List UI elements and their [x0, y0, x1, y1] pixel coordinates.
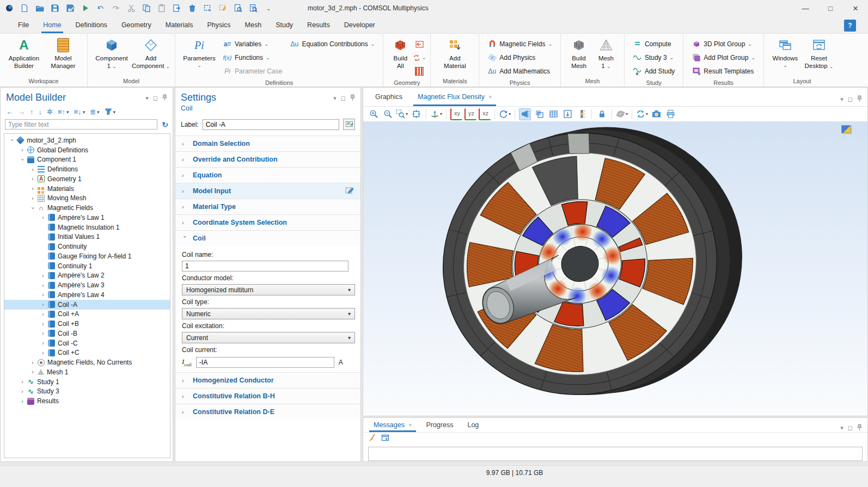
node-detail-icon[interactable]: ≣▾	[90, 108, 99, 116]
panel-menu-icon[interactable]: ▾	[145, 95, 149, 102]
clear-selection-icon[interactable]	[217, 2, 229, 14]
update-geometry-icon[interactable]: ⌄	[413, 51, 426, 64]
tree-item-study-3[interactable]: ›Study 3	[4, 387, 170, 397]
tree-item-geometry-1[interactable]: ›Geometry 1	[4, 174, 170, 184]
menu-mesh[interactable]: Mesh	[238, 16, 269, 33]
expander-icon[interactable]: ›	[40, 330, 46, 336]
tree-item-amperes-law-2[interactable]: ›Ampère's Law 2	[4, 271, 170, 281]
virtual-operations-icon[interactable]	[413, 65, 426, 78]
rename-button[interactable]	[343, 119, 355, 130]
expander-icon[interactable]: ›	[30, 205, 36, 211]
coil-current-input[interactable]	[196, 357, 334, 368]
functions-button[interactable]: Functions⌄	[219, 51, 274, 64]
tree-item-continuity[interactable]: Continuity	[4, 242, 170, 251]
filter-funnel-icon[interactable]: ▾	[105, 108, 116, 115]
reset-desktop-button[interactable]: ResetDesktop ⌄	[802, 36, 836, 70]
tree-item-magnetic-fields[interactable]: ›Magnetic Fields	[4, 203, 170, 213]
show-grid-icon[interactable]	[547, 108, 559, 120]
show-icon[interactable]: ✲	[47, 108, 53, 116]
tab-magnetic-flux-density[interactable]: Magnetic Flux Density×	[410, 88, 499, 106]
redo-icon[interactable]	[110, 2, 122, 14]
zoom-extents-icon[interactable]	[410, 108, 422, 120]
tree-filter-input[interactable]	[5, 119, 157, 130]
panel-menu-icon[interactable]: ▾	[840, 424, 843, 431]
expander-icon[interactable]: ›	[20, 156, 26, 163]
build-all-button[interactable]: BuildAll	[388, 36, 413, 70]
expander-icon[interactable]: ›	[29, 176, 36, 182]
expander-icon[interactable]: ›	[29, 186, 36, 192]
component-1-button[interactable]: Component1 ⌄	[92, 36, 131, 70]
expander-icon[interactable]: ›	[29, 195, 36, 201]
expander-icon[interactable]: ›	[40, 340, 46, 346]
close-tab-icon[interactable]: ×	[488, 94, 492, 100]
expander-icon[interactable]: ›	[40, 273, 46, 279]
section-model-input[interactable]: ›Model Input	[175, 183, 360, 199]
xy-view-icon[interactable]: xy	[450, 108, 462, 120]
float-panel-icon[interactable]: ◻	[341, 95, 346, 102]
expander-icon[interactable]: ›	[19, 389, 26, 394]
customize-toolbar-icon[interactable]: ⌄	[262, 2, 274, 14]
snapshot-icon[interactable]	[650, 108, 662, 120]
tree-item-coil-minus-b[interactable]: ›Coil -B	[4, 329, 170, 338]
back-icon[interactable]: ←	[6, 108, 13, 116]
float-panel-icon[interactable]: ◻	[848, 96, 853, 103]
tree-item-coil-plus-a[interactable]: ›Coil +A	[4, 310, 170, 319]
float-panel-icon[interactable]: ◻	[848, 424, 853, 431]
panel-menu-icon[interactable]: ▾	[840, 96, 843, 103]
equation-contributions-button[interactable]: Equation Contributions⌄	[286, 38, 378, 51]
transparency-icon[interactable]	[533, 108, 545, 120]
color-legend-icon[interactable]	[576, 108, 588, 120]
expand-all-icon[interactable]: ≡↑▾	[58, 108, 69, 116]
delete-icon[interactable]	[186, 2, 198, 14]
plot-thumbnail-icon[interactable]	[841, 125, 851, 133]
expander-icon[interactable]: ›	[40, 321, 46, 327]
tree-item-coil-minus-c[interactable]: ›Coil -C	[4, 338, 170, 348]
section-coil[interactable]: ›Coil	[175, 230, 360, 246]
tree-item-initial-values-1[interactable]: Initial Values 1	[4, 232, 170, 242]
move-up-icon[interactable]: ↑	[30, 108, 34, 116]
minimize-button[interactable]: —	[793, 0, 818, 16]
result-templates-button[interactable]: Result Templates	[688, 65, 757, 78]
magnetic-flux-density-3d-plot[interactable]	[363, 121, 867, 416]
tree-item-magnetic-fields-no-currents[interactable]: ›Magnetic Fields, No Currents	[4, 357, 170, 367]
variables-button[interactable]: Variables⌄	[219, 38, 272, 51]
zoom-in-icon[interactable]	[368, 108, 380, 120]
menu-physics[interactable]: Physics	[200, 16, 237, 33]
expander-icon[interactable]: ›	[19, 398, 26, 404]
tree-item-materials[interactable]: ›Materials	[4, 184, 170, 194]
tab-log[interactable]: Log	[460, 418, 486, 432]
refresh-icon[interactable]: ↻	[162, 120, 168, 129]
help-button[interactable]: ?	[844, 20, 856, 32]
parameters-button[interactable]: Parameters⌄	[180, 36, 219, 69]
menu-file[interactable]: File	[11, 16, 36, 33]
model-manager-button[interactable]: ModelManager	[44, 36, 83, 70]
find-replace-icon[interactable]	[247, 2, 259, 14]
section-coordinate-system[interactable]: ›Coordinate System Selection	[175, 214, 360, 230]
add-mathematics-button[interactable]: Add Mathematics	[484, 65, 554, 78]
edit-model-input-icon[interactable]	[345, 187, 354, 196]
environment-icon[interactable]: ▾	[616, 108, 628, 120]
run-icon[interactable]	[80, 2, 91, 14]
expander-icon[interactable]: ›	[19, 147, 26, 153]
menu-study[interactable]: Study	[268, 16, 300, 33]
expander-icon[interactable]: ›	[40, 292, 46, 298]
close-button[interactable]: ✕	[843, 0, 868, 16]
update-plot-icon[interactable]: ▾	[636, 108, 648, 120]
save-icon[interactable]	[49, 2, 61, 14]
tree-item-amperes-law-4[interactable]: ›Ampère's Law 4	[4, 290, 170, 300]
magnetic-fields-button[interactable]: Magnetic Fields⌄	[484, 38, 556, 51]
tree-item-root[interactable]: ›motor_3d_2.mph	[4, 135, 170, 145]
pin-panel-icon[interactable]	[857, 424, 862, 431]
duplicate-icon[interactable]	[171, 2, 183, 14]
zoom-box-icon[interactable]: ▾	[396, 108, 408, 120]
add-plot-group-button[interactable]: Add Plot Group⌄	[688, 51, 759, 64]
application-builder-button[interactable]: ApplicationBuilder	[4, 36, 44, 70]
find-icon[interactable]	[232, 2, 244, 14]
yz-view-icon[interactable]: yz	[464, 108, 476, 120]
forward-icon[interactable]: →	[18, 108, 25, 116]
tree-item-global-definitions[interactable]: ›Global Definitions	[4, 145, 170, 155]
tree-item-amperes-law-3[interactable]: ›Ampère's Law 3	[4, 280, 170, 290]
section-equation[interactable]: ›Equation	[175, 167, 360, 183]
add-study-button[interactable]: Add Study	[629, 65, 678, 78]
open-in-window-icon[interactable]	[381, 434, 389, 443]
